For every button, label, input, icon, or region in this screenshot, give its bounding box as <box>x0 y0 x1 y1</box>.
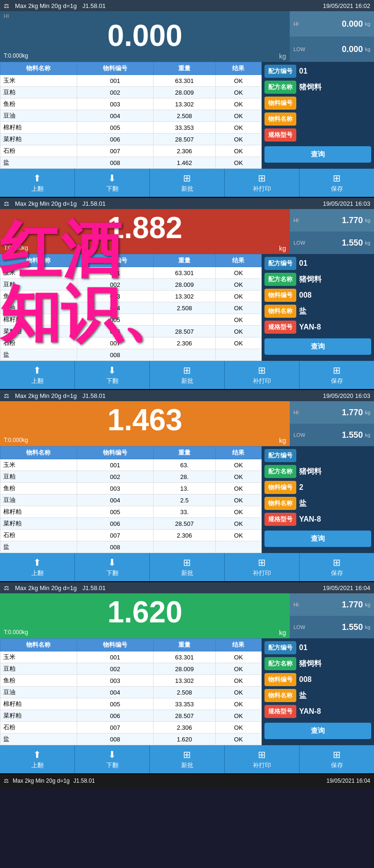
side-label-formula-name-1: 配方名称 <box>264 81 296 94</box>
query-button-2[interactable]: 查询 <box>264 338 371 355</box>
table-cell: 007 <box>77 337 154 349</box>
low-row-1: LOW 0.000 kg <box>290 37 374 62</box>
side-label-material-no-2: 物料编号 <box>264 289 296 302</box>
btn-new-1[interactable]: ⊞ 新批 <box>150 169 225 197</box>
side-formula-name-1: 配方名称 猪饲料 <box>264 81 371 94</box>
toolbar-4: ⬆ 上翻 ⬇ 下翻 ⊞ 新批 ⊞ 补打印 ⊞ 保存 <box>0 745 374 773</box>
table-cell: OK <box>215 279 261 291</box>
hi-value-3: 1.770 <box>342 408 363 418</box>
bottom-icon: ⚖ <box>4 778 9 784</box>
side-label-material-name-1: 物料名称 <box>264 112 296 126</box>
hi-unit-3: kg <box>365 410 370 415</box>
table-row: 棉籽粕00533.353OK <box>0 698 262 710</box>
btn-down-2[interactable]: ⬇ 下翻 <box>75 361 150 389</box>
table-cell: 13.302 <box>154 291 216 302</box>
table-cell <box>154 541 216 553</box>
btn-down-1[interactable]: ⬇ 下翻 <box>75 169 150 197</box>
unit-1: kg <box>279 52 286 60</box>
btn-print-4[interactable]: ⊞ 补打印 <box>225 745 300 773</box>
query-button-1[interactable]: 查询 <box>264 146 371 163</box>
btn-up-2[interactable]: ⬆ 上翻 <box>0 361 75 389</box>
data-table-1: 物料名称 物料编号 重量 结果 玉米00163.301OK豆粕00228.009… <box>0 62 262 169</box>
table-cell: 玉米 <box>0 267 77 279</box>
table-cell: 盐 <box>0 157 77 169</box>
col-header-name-3: 物料名称 <box>0 447 77 459</box>
table-row: 豆油0042.508OK <box>0 110 262 122</box>
btn-up-4[interactable]: ⬆ 上翻 <box>0 745 75 773</box>
btn-down-4[interactable]: ⬇ 下翻 <box>75 745 150 773</box>
table-cell: 菜籽粕 <box>0 710 77 722</box>
col-header-result-4: 结果 <box>215 639 261 651</box>
weight-right-2: HI 1.770 kg LOW 1.550 kg <box>290 209 374 254</box>
btn-print-2[interactable]: ⊞ 补打印 <box>225 361 300 389</box>
table-row: 盐008 <box>0 541 262 553</box>
btn-print-3[interactable]: ⊞ 补打印 <box>225 553 300 581</box>
new-icon-3: ⊞ <box>183 557 191 568</box>
side-value-material-name-3: 盐 <box>299 499 307 509</box>
btn-save-3[interactable]: ⊞ 保存 <box>300 553 374 581</box>
side-formula-no-4: 配方编号 01 <box>264 641 371 654</box>
table-row: 鱼粉00313.302OK <box>0 291 262 302</box>
btn-new-4[interactable]: ⊞ 新批 <box>150 745 225 773</box>
query-button-4[interactable]: 查询 <box>264 723 371 739</box>
table-cell: 002 <box>77 663 154 675</box>
table-cell: 2.508 <box>154 110 216 122</box>
table-cell: 005 <box>77 122 154 134</box>
btn-up-1[interactable]: ⬆ 上翻 <box>0 169 75 197</box>
btn-new-3[interactable]: ⊞ 新批 <box>150 553 225 581</box>
table-cell: 005 <box>77 698 154 710</box>
side-material-no-2: 物料编号 008 <box>264 289 371 302</box>
btn-print-label-4: 补打印 <box>253 761 271 770</box>
hi-row-2: HI 1.770 kg <box>290 209 374 232</box>
hi-value-2: 1.770 <box>342 216 363 225</box>
table-row: 盐0081.620OK <box>0 733 262 745</box>
table-row: 盐0081.462OK <box>0 157 262 169</box>
table-cell: 鱼粉 <box>0 483 77 494</box>
btn-up-3[interactable]: ⬆ 上翻 <box>0 553 75 581</box>
query-button-3[interactable]: 查询 <box>264 531 371 547</box>
datetime-4: 19/05/2021 16:04 <box>323 584 370 591</box>
side-panel-4: 配方编号 01 配方名称 猪饲料 物料编号 008 物料名称 盐 规格型号 <box>262 638 374 745</box>
table-cell <box>215 349 261 361</box>
table-cell: OK <box>215 87 261 98</box>
save-icon-3: ⊞ <box>333 557 341 568</box>
table-row: 鱼粉00313.302OK <box>0 675 262 687</box>
table-cell: 004 <box>77 494 154 506</box>
table-cell: 004 <box>77 110 154 122</box>
btn-print-1[interactable]: ⊞ 补打印 <box>225 169 300 197</box>
panel-2: ⚖ Max 2kg Min 20g d=1g J1.58.01 19/05/20… <box>0 198 374 390</box>
btn-save-4[interactable]: ⊞ 保存 <box>300 745 374 773</box>
table-cell: OK <box>215 326 261 337</box>
btn-save-2[interactable]: ⊞ 保存 <box>300 361 374 389</box>
table-cell: 石粉 <box>0 337 77 349</box>
btn-print-label-3: 补打印 <box>253 569 271 577</box>
btn-save-1[interactable]: ⊞ 保存 <box>300 169 374 197</box>
table-cell: 63. <box>154 459 216 471</box>
weight-bottom-row-3: T:0.000kg kg <box>4 437 286 444</box>
table-cell: OK <box>215 471 261 483</box>
table-cell: OK <box>215 518 261 530</box>
datetime-2: 19/05/2021 16:03 <box>323 200 370 207</box>
side-formula-no-1: 配方编号 01 <box>264 65 371 78</box>
btn-up-label-1: 上翻 <box>31 185 44 193</box>
weight-bottom-row-4: T:0.000kg kg <box>4 629 286 636</box>
table-cell: OK <box>215 98 261 110</box>
btn-save-label-2: 保存 <box>331 377 343 385</box>
table-cell: OK <box>215 506 261 518</box>
table-cell: 2.306 <box>154 722 216 733</box>
table-cell: 豆油 <box>0 302 77 314</box>
side-material-no-1: 物料编号 <box>264 97 371 110</box>
table-cell: 豆粕 <box>0 471 77 483</box>
table-row: 豆油0042.5OK <box>0 494 262 506</box>
table-cell: OK <box>215 302 261 314</box>
data-table-3: 物料名称 物料编号 重量 结果 玉米00163.OK豆粕00228.OK鱼粉00… <box>0 446 262 553</box>
table-cell: 001 <box>77 75 154 87</box>
btn-new-2[interactable]: ⊞ 新批 <box>150 361 225 389</box>
table-cell: 006 <box>77 518 154 530</box>
table-cell: 棉籽粕 <box>0 314 77 326</box>
app-icon-3: ⚖ <box>4 392 9 399</box>
btn-down-3[interactable]: ⬇ 下翻 <box>75 553 150 581</box>
side-label-material-name-3: 物料名称 <box>264 497 296 510</box>
table-cell: OK <box>215 663 261 675</box>
table-cell: 008 <box>77 733 154 745</box>
